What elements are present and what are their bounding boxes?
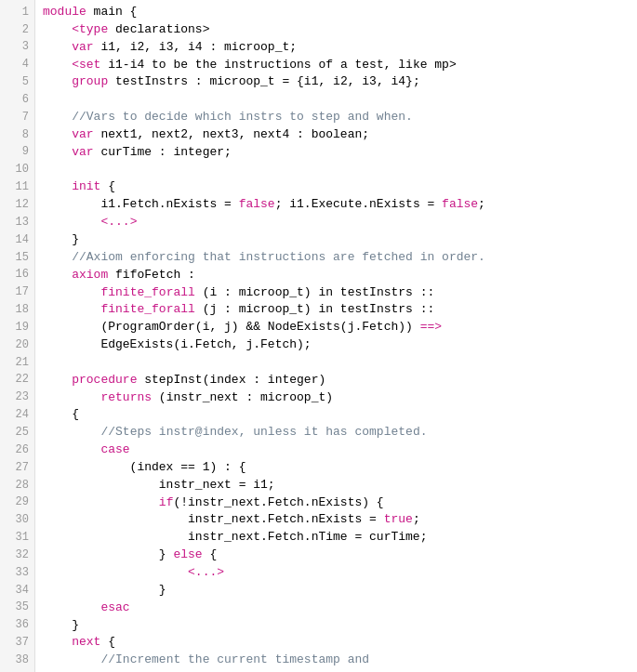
line-number: 34 — [0, 582, 34, 600]
code-token: group — [72, 73, 108, 91]
code-token: finite_forall — [100, 301, 194, 319]
code-line: if(!instr_next.Fetch.nExists) { — [43, 494, 630, 512]
line-number: 20 — [0, 336, 34, 354]
code-token — [43, 126, 72, 144]
code-token: stepInst(index : integer) — [137, 372, 325, 389]
code-line: group testInstrs : microop_t = {i1, i2, … — [43, 73, 630, 91]
code-token: var — [72, 39, 93, 57]
code-line — [43, 354, 630, 372]
code-token — [43, 284, 100, 302]
code-token: ==> — [420, 319, 442, 336]
code-token: i1-i4 to be the instructions of a test, … — [100, 57, 456, 74]
code-line: //Increment the current timestamp and — [43, 652, 630, 669]
line-number: 21 — [0, 354, 34, 372]
line-number: 1 — [0, 4, 34, 21]
code-token: case — [100, 441, 129, 459]
line-number: 3 — [0, 39, 34, 57]
code-token: i1, i2, i3, i4 : microop_t; — [94, 39, 297, 57]
code-line: } — [43, 617, 630, 635]
line-number: 32 — [0, 547, 34, 564]
code-area[interactable]: module main { <type declarations> var i1… — [35, 0, 637, 672]
line-number: 30 — [0, 511, 34, 529]
line-number: 4 — [0, 57, 34, 74]
line-number: 17 — [0, 284, 34, 302]
code-token: EdgeExists(i.Fetch, j.Fetch); — [43, 336, 312, 354]
code-token: returns — [100, 389, 152, 407]
code-token: <...> — [100, 214, 137, 231]
code-token: (index == 1) : { — [43, 459, 246, 477]
code-token — [43, 424, 100, 441]
code-token: <set — [72, 57, 100, 74]
code-token — [43, 372, 72, 389]
code-line: { — [43, 406, 630, 424]
code-line: EdgeExists(i.Fetch, j.Fetch); — [43, 336, 630, 354]
code-line: <type declarations> — [43, 21, 630, 39]
code-token: main { — [86, 4, 138, 21]
code-token — [43, 600, 100, 617]
line-number: 28 — [0, 477, 34, 494]
code-line: module main { — [43, 4, 630, 21]
code-line — [43, 162, 630, 179]
code-token: next — [72, 634, 100, 652]
code-line: instr_next.Fetch.nTime = curTime; — [43, 529, 630, 547]
line-number: 23 — [0, 389, 34, 407]
code-token: } — [43, 582, 166, 600]
line-number: 13 — [0, 214, 34, 231]
code-token — [43, 634, 72, 652]
code-line: } else { — [43, 547, 630, 564]
code-token — [43, 109, 72, 126]
code-token: instr_next.Fetch.nTime = curTime; — [43, 529, 427, 547]
code-line: //Axiom enforcing that instructions are … — [43, 249, 630, 267]
code-token — [43, 389, 100, 407]
line-number: 31 — [0, 529, 34, 547]
code-token — [43, 21, 72, 39]
code-token: false — [442, 196, 478, 214]
code-token: (i : microop_t) in testInstrs :: — [195, 284, 434, 302]
code-token — [43, 652, 100, 669]
line-number: 18 — [0, 301, 34, 319]
code-token — [43, 178, 72, 196]
line-number: 19 — [0, 319, 34, 336]
code-token: <type — [72, 21, 108, 39]
code-token: testInstrs : microop_t = {i1, i2, i3, i4… — [108, 73, 419, 91]
code-token — [43, 249, 72, 267]
code-token: axiom — [72, 267, 108, 284]
code-token: ; i1.Execute.nExists = — [275, 196, 442, 214]
line-number: 35 — [0, 600, 34, 617]
code-token: declarations> — [108, 21, 209, 39]
code-line: instr_next.Fetch.nExists = true; — [43, 511, 630, 529]
code-token — [43, 214, 100, 231]
code-line: case — [43, 441, 630, 459]
code-line: finite_forall (j : microop_t) in testIns… — [43, 301, 630, 319]
code-line: } — [43, 582, 630, 600]
code-token: (!instr_next.Fetch.nExists) { — [173, 494, 383, 512]
code-line: <set i1-i4 to be the instructions of a t… — [43, 57, 630, 74]
code-line: } — [43, 231, 630, 249]
code-line: instr_next = i1; — [43, 477, 630, 494]
code-token: <...> — [188, 564, 224, 582]
code-token — [43, 301, 100, 319]
code-token: (ProgramOrder(i, j) && NodeExists(j.Fetc… — [43, 319, 420, 336]
line-number: 10 — [0, 162, 34, 179]
code-token: var — [72, 144, 93, 162]
code-line: returns (instr_next : microop_t) — [43, 389, 630, 407]
code-token: i1.Fetch.nExists = — [43, 196, 239, 214]
code-token: procedure — [72, 372, 137, 389]
code-line: var next1, next2, next3, next4 : boolean… — [43, 126, 630, 144]
code-token: true — [384, 511, 413, 529]
line-number: 9 — [0, 144, 34, 162]
code-line: init { — [43, 178, 630, 196]
code-token: //Increment the current timestamp and — [100, 652, 369, 669]
line-number: 33 — [0, 564, 34, 582]
line-number-gutter: 1234567891011121314151617181920212223242… — [0, 0, 35, 672]
code-line: axiom fifoFetch : — [43, 267, 630, 284]
line-number: 36 — [0, 617, 34, 635]
code-token: { — [203, 547, 218, 564]
code-line — [43, 91, 630, 109]
code-token: module — [43, 4, 86, 21]
line-number: 5 — [0, 73, 34, 91]
line-number: 16 — [0, 267, 34, 284]
code-token: var — [72, 126, 93, 144]
line-number: 7 — [0, 109, 34, 126]
code-token: } — [43, 547, 173, 564]
